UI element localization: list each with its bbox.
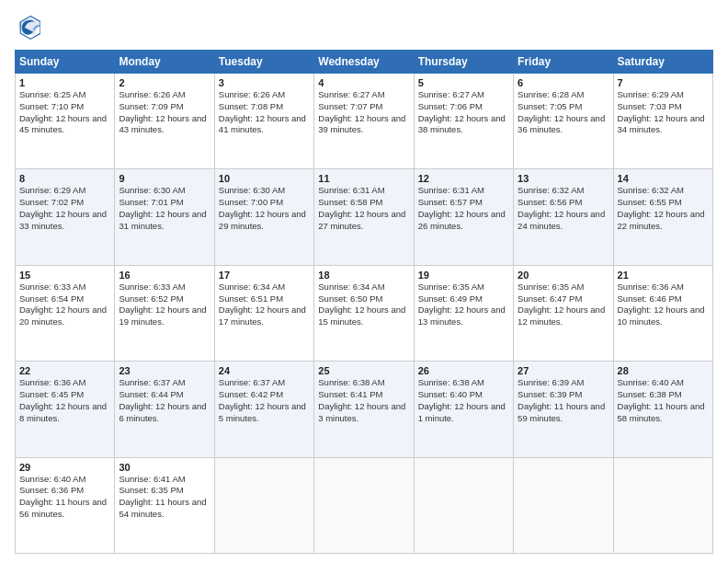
calendar-day-cell: 15Sunrise: 6:33 AM Sunset: 6:54 PM Dayli… <box>16 265 115 361</box>
day-number: 17 <box>219 270 310 281</box>
calendar-day-cell: 21Sunrise: 6:36 AM Sunset: 6:46 PM Dayli… <box>613 265 712 361</box>
day-number: 28 <box>618 365 709 376</box>
day-info: Sunrise: 6:29 AM Sunset: 7:03 PM Dayligh… <box>618 89 709 136</box>
day-info: Sunrise: 6:41 AM Sunset: 6:35 PM Dayligh… <box>119 474 210 521</box>
calendar-day-header: Tuesday <box>214 51 313 74</box>
calendar-day-cell: 1Sunrise: 6:25 AM Sunset: 7:10 PM Daylig… <box>16 74 115 169</box>
calendar-table: SundayMondayTuesdayWednesdayThursdayFrid… <box>15 50 713 554</box>
calendar-day-cell <box>214 457 313 553</box>
day-number: 3 <box>219 77 310 88</box>
calendar-day-cell: 20Sunrise: 6:35 AM Sunset: 6:47 PM Dayli… <box>514 265 613 361</box>
logo <box>15 15 44 40</box>
calendar-day-cell: 30Sunrise: 6:41 AM Sunset: 6:35 PM Dayli… <box>115 457 214 553</box>
day-info: Sunrise: 6:34 AM Sunset: 6:50 PM Dayligh… <box>318 282 409 328</box>
day-number: 15 <box>19 270 110 281</box>
day-info: Sunrise: 6:30 AM Sunset: 7:01 PM Dayligh… <box>119 185 210 232</box>
day-number: 13 <box>518 173 609 184</box>
day-info: Sunrise: 6:27 AM Sunset: 7:06 PM Dayligh… <box>418 89 509 136</box>
calendar-day-cell: 16Sunrise: 6:33 AM Sunset: 6:52 PM Dayli… <box>115 265 214 361</box>
calendar-day-cell: 3Sunrise: 6:26 AM Sunset: 7:08 PM Daylig… <box>214 74 313 169</box>
day-number: 1 <box>19 77 110 88</box>
day-number: 29 <box>19 462 110 473</box>
day-info: Sunrise: 6:25 AM Sunset: 7:10 PM Dayligh… <box>19 89 110 136</box>
day-info: Sunrise: 6:34 AM Sunset: 6:51 PM Dayligh… <box>219 282 310 328</box>
calendar-day-header: Friday <box>514 51 613 74</box>
calendar-day-cell <box>514 457 613 553</box>
day-info: Sunrise: 6:27 AM Sunset: 7:07 PM Dayligh… <box>318 89 409 136</box>
day-number: 7 <box>618 77 709 88</box>
day-info: Sunrise: 6:32 AM Sunset: 6:56 PM Dayligh… <box>518 185 609 232</box>
day-number: 30 <box>119 462 210 473</box>
logo-icon <box>15 15 40 40</box>
day-info: Sunrise: 6:39 AM Sunset: 6:39 PM Dayligh… <box>518 377 609 424</box>
calendar-day-cell: 13Sunrise: 6:32 AM Sunset: 6:56 PM Dayli… <box>514 169 613 265</box>
calendar-day-header: Thursday <box>414 51 513 74</box>
day-info: Sunrise: 6:38 AM Sunset: 6:41 PM Dayligh… <box>318 377 409 424</box>
day-info: Sunrise: 6:28 AM Sunset: 7:05 PM Dayligh… <box>518 89 609 136</box>
day-number: 22 <box>19 365 110 376</box>
day-number: 2 <box>119 77 210 88</box>
calendar-week-row: 22Sunrise: 6:36 AM Sunset: 6:45 PM Dayli… <box>16 362 713 457</box>
day-number: 10 <box>219 173 310 184</box>
calendar-week-row: 29Sunrise: 6:40 AM Sunset: 6:36 PM Dayli… <box>16 457 713 553</box>
calendar-day-cell: 2Sunrise: 6:26 AM Sunset: 7:09 PM Daylig… <box>115 74 214 169</box>
day-number: 19 <box>418 270 509 281</box>
day-number: 26 <box>418 365 509 376</box>
day-info: Sunrise: 6:36 AM Sunset: 6:45 PM Dayligh… <box>19 377 110 424</box>
day-number: 20 <box>518 270 609 281</box>
day-number: 4 <box>318 77 409 88</box>
day-info: Sunrise: 6:29 AM Sunset: 7:02 PM Dayligh… <box>19 185 110 232</box>
day-number: 11 <box>318 173 409 184</box>
calendar-page: SundayMondayTuesdayWednesdayThursdayFrid… <box>0 0 728 563</box>
calendar-day-header: Wednesday <box>314 51 414 74</box>
calendar-day-cell <box>414 457 513 553</box>
day-number: 27 <box>518 365 609 376</box>
day-number: 8 <box>19 173 110 184</box>
calendar-day-cell: 18Sunrise: 6:34 AM Sunset: 6:50 PM Dayli… <box>314 265 414 361</box>
calendar-day-cell: 17Sunrise: 6:34 AM Sunset: 6:51 PM Dayli… <box>214 265 313 361</box>
day-info: Sunrise: 6:38 AM Sunset: 6:40 PM Dayligh… <box>418 377 509 424</box>
day-info: Sunrise: 6:35 AM Sunset: 6:47 PM Dayligh… <box>518 282 609 328</box>
calendar-day-cell: 12Sunrise: 6:31 AM Sunset: 6:57 PM Dayli… <box>414 169 513 265</box>
day-number: 14 <box>618 173 709 184</box>
day-number: 6 <box>518 77 609 88</box>
day-number: 18 <box>318 270 409 281</box>
calendar-day-cell: 24Sunrise: 6:37 AM Sunset: 6:42 PM Dayli… <box>214 362 313 457</box>
calendar-day-cell: 8Sunrise: 6:29 AM Sunset: 7:02 PM Daylig… <box>16 169 115 265</box>
day-number: 9 <box>119 173 210 184</box>
calendar-day-cell: 27Sunrise: 6:39 AM Sunset: 6:39 PM Dayli… <box>514 362 613 457</box>
day-number: 25 <box>318 365 409 376</box>
calendar-day-cell: 26Sunrise: 6:38 AM Sunset: 6:40 PM Dayli… <box>414 362 513 457</box>
calendar-day-cell: 7Sunrise: 6:29 AM Sunset: 7:03 PM Daylig… <box>613 74 712 169</box>
day-info: Sunrise: 6:26 AM Sunset: 7:08 PM Dayligh… <box>219 89 310 136</box>
calendar-day-cell: 22Sunrise: 6:36 AM Sunset: 6:45 PM Dayli… <box>16 362 115 457</box>
day-info: Sunrise: 6:40 AM Sunset: 6:36 PM Dayligh… <box>19 474 110 521</box>
calendar-day-cell: 6Sunrise: 6:28 AM Sunset: 7:05 PM Daylig… <box>514 74 613 169</box>
calendar-day-header: Monday <box>115 51 214 74</box>
day-info: Sunrise: 6:31 AM Sunset: 6:58 PM Dayligh… <box>318 185 409 232</box>
day-info: Sunrise: 6:30 AM Sunset: 7:00 PM Dayligh… <box>219 185 310 232</box>
day-info: Sunrise: 6:36 AM Sunset: 6:46 PM Dayligh… <box>618 282 709 328</box>
calendar-day-cell: 25Sunrise: 6:38 AM Sunset: 6:41 PM Dayli… <box>314 362 414 457</box>
calendar-day-cell: 11Sunrise: 6:31 AM Sunset: 6:58 PM Dayli… <box>314 169 414 265</box>
day-info: Sunrise: 6:35 AM Sunset: 6:49 PM Dayligh… <box>418 282 509 328</box>
day-info: Sunrise: 6:26 AM Sunset: 7:09 PM Dayligh… <box>119 89 210 136</box>
day-info: Sunrise: 6:37 AM Sunset: 6:42 PM Dayligh… <box>219 377 310 424</box>
calendar-header-row: SundayMondayTuesdayWednesdayThursdayFrid… <box>16 51 713 74</box>
calendar-day-cell <box>314 457 414 553</box>
day-number: 24 <box>219 365 310 376</box>
day-number: 23 <box>119 365 210 376</box>
calendar-day-cell: 9Sunrise: 6:30 AM Sunset: 7:01 PM Daylig… <box>115 169 214 265</box>
day-info: Sunrise: 6:31 AM Sunset: 6:57 PM Dayligh… <box>418 185 509 232</box>
calendar-week-row: 15Sunrise: 6:33 AM Sunset: 6:54 PM Dayli… <box>16 265 713 361</box>
day-info: Sunrise: 6:33 AM Sunset: 6:52 PM Dayligh… <box>119 282 210 328</box>
calendar-day-cell: 19Sunrise: 6:35 AM Sunset: 6:49 PM Dayli… <box>414 265 513 361</box>
day-number: 12 <box>418 173 509 184</box>
calendar-day-cell: 29Sunrise: 6:40 AM Sunset: 6:36 PM Dayli… <box>16 457 115 553</box>
day-number: 16 <box>119 270 210 281</box>
day-number: 5 <box>418 77 509 88</box>
calendar-day-cell <box>613 457 712 553</box>
calendar-day-cell: 5Sunrise: 6:27 AM Sunset: 7:06 PM Daylig… <box>414 74 513 169</box>
day-info: Sunrise: 6:40 AM Sunset: 6:38 PM Dayligh… <box>618 377 709 424</box>
calendar-day-header: Saturday <box>613 51 712 74</box>
